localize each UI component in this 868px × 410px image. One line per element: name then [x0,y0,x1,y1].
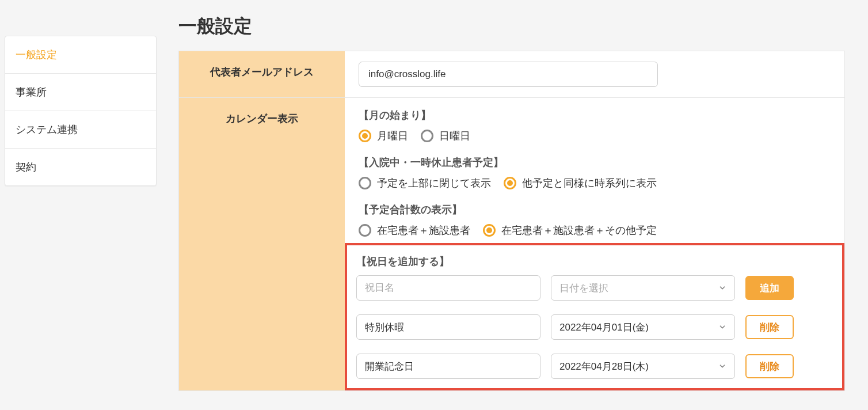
holiday-name-input[interactable] [356,354,540,379]
holiday-date-value: 2022年04月01日(金) [559,321,649,334]
sidebar-item-general[interactable]: 一般設定 [5,36,156,74]
radio-count-home-facility[interactable]: 在宅患者＋施設患者 [359,223,470,237]
heading-month-start: 【月の始まり】 [359,108,831,122]
holiday-section-highlight: 【祝日を追加する】 日付を選択 追加 [345,243,844,390]
holiday-date-placeholder: 日付を選択 [559,282,608,295]
holiday-date-select[interactable]: 2022年04月28日(木) [551,354,735,379]
holiday-date-value: 2022年04月28日(木) [559,360,649,373]
radio-icon [421,130,433,142]
radio-label: 他予定と同様に時系列に表示 [522,176,657,190]
button-label: 削除 [760,360,779,373]
holiday-date-select[interactable]: 日付を選択 [551,275,735,301]
radio-icon [359,224,371,237]
heading-paused-patient: 【入院中・一時休止患者予定】 [359,155,831,169]
row-calendar: カレンダー表示 【月の始まり】 月曜日 日曜日 [179,98,844,390]
sidebar-item-label: 事業所 [16,86,47,98]
form-panel: 代表者メールアドレス カレンダー表示 【月の始まり】 月曜日 [178,51,845,391]
radio-paused-timeline[interactable]: 他予定と同様に時系列に表示 [504,176,657,190]
radio-label: 月曜日 [377,129,408,143]
sidebar-item-label: システム連携 [16,124,78,135]
row-email: 代表者メールアドレス [179,51,844,98]
radio-icon [504,177,516,189]
sidebar-item-label: 契約 [16,161,36,173]
holiday-date-select[interactable]: 2022年04月01日(金) [551,314,735,340]
sidebar-item-system-link[interactable]: システム連携 [5,111,156,149]
sidebar-item-office[interactable]: 事業所 [5,74,156,111]
radio-month-start-sunday[interactable]: 日曜日 [421,129,470,143]
holiday-name-input[interactable] [356,314,540,340]
chevron-down-icon [718,362,726,370]
radio-label: 在宅患者＋施設患者 [377,223,470,237]
holiday-row: 2022年04月28日(木) 削除 [356,354,833,379]
holiday-name-input[interactable] [356,275,540,301]
row-calendar-label: カレンダー表示 [179,98,345,390]
page-title: 一般設定 [178,0,845,51]
radio-count-home-facility-other[interactable]: 在宅患者＋施設患者＋その他予定 [483,223,657,237]
row-email-label: 代表者メールアドレス [179,51,345,97]
radio-paused-collapse-top[interactable]: 予定を上部に閉じて表示 [359,176,491,190]
holiday-delete-button[interactable]: 削除 [745,315,794,339]
holiday-row: 2022年04月01日(金) 削除 [356,314,833,340]
radio-icon [483,224,496,237]
sidebar-nav: 一般設定 事業所 システム連携 契約 [5,36,157,186]
sidebar-item-label: 一般設定 [16,49,57,60]
button-label: 削除 [760,321,779,334]
radio-label: 予定を上部に閉じて表示 [377,176,491,190]
email-input[interactable] [359,62,658,87]
chevron-down-icon [718,284,726,292]
sidebar-item-contract[interactable]: 契約 [5,149,156,185]
holiday-delete-button[interactable]: 削除 [745,354,794,378]
holiday-add-row: 日付を選択 追加 [356,275,833,301]
radio-icon [359,130,371,142]
heading-holiday: 【祝日を追加する】 [356,255,833,268]
heading-plan-count: 【予定合計数の表示】 [359,203,831,217]
radio-label: 在宅患者＋施設患者＋その他予定 [501,223,657,237]
radio-label: 日曜日 [439,129,470,143]
button-label: 追加 [760,282,779,295]
radio-icon [359,177,371,189]
chevron-down-icon [718,323,726,331]
holiday-add-button[interactable]: 追加 [745,276,794,300]
radio-month-start-monday[interactable]: 月曜日 [359,129,408,143]
